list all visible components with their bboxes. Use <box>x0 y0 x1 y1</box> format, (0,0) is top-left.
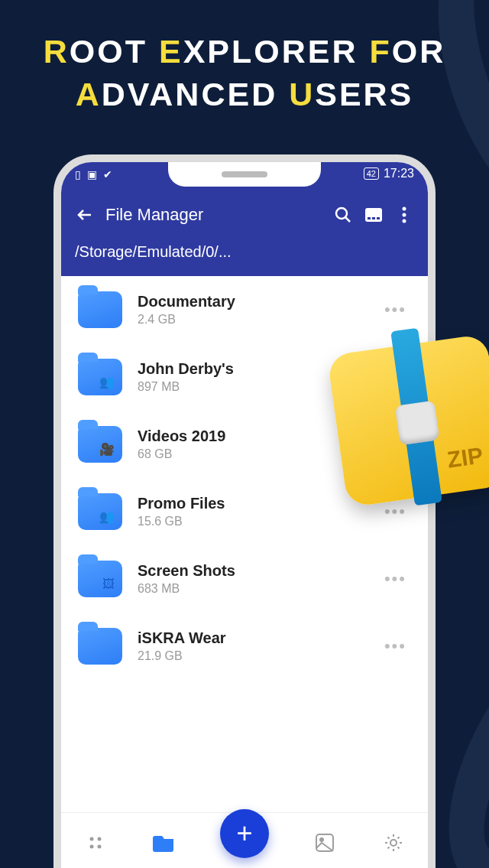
svg-point-10 <box>90 845 94 849</box>
battery-icon: 42 <box>364 167 379 180</box>
clock: 17:23 <box>384 167 414 180</box>
svg-rect-1 <box>365 208 382 222</box>
svg-rect-2 <box>368 217 371 219</box>
folder-size: 21.9 GB <box>138 649 369 663</box>
status-right: 42 17:23 <box>364 167 414 180</box>
folder-icon <box>78 291 122 328</box>
svg-point-11 <box>98 845 102 849</box>
folder-size: 2.4 GB <box>138 313 369 327</box>
nav-settings-button[interactable] <box>381 830 406 856</box>
breadcrumb-path[interactable]: /Storage/Emulated/0/... <box>75 243 414 261</box>
svg-point-5 <box>403 206 406 210</box>
sim-icon: ▯ <box>75 168 81 180</box>
folder-images-icon: 🖼 <box>78 561 122 597</box>
folder-row[interactable]: Documentary 2.4 GB ••• <box>61 276 428 343</box>
folder-size: 15.6 GB <box>138 515 369 528</box>
folder-size: 683 MB <box>138 582 369 596</box>
promo-headline: ROOT EXPLORER FOR ADVANCED USERS <box>0 0 489 139</box>
overflow-menu-button[interactable] <box>394 205 414 225</box>
folder-name: Screen Shots <box>138 562 369 580</box>
view-toggle-button[interactable] <box>364 205 384 225</box>
check-icon: ✔ <box>103 168 112 180</box>
svg-rect-3 <box>372 217 375 219</box>
svg-point-0 <box>336 208 347 219</box>
svg-rect-4 <box>377 217 380 219</box>
app-header: File Manager /Storage/Emulated/0/... <box>61 193 428 276</box>
folder-shared-icon: 👥 <box>78 359 122 395</box>
svg-point-9 <box>98 837 102 841</box>
folder-icon <box>78 628 122 665</box>
folder-name: iSKRA Wear <box>138 629 369 647</box>
svg-point-14 <box>390 840 397 846</box>
search-button[interactable] <box>333 205 353 225</box>
svg-point-13 <box>320 838 323 841</box>
svg-point-6 <box>403 213 406 216</box>
folder-row[interactable]: 🖼 Screen Shots 683 MB ••• <box>61 545 428 613</box>
nav-apps-button[interactable] <box>83 830 108 856</box>
svg-point-8 <box>90 837 94 841</box>
bottom-nav: + <box>61 812 428 868</box>
nav-files-button[interactable] <box>151 830 177 856</box>
nav-gallery-button[interactable] <box>312 830 338 856</box>
status-bar: ▯ ▣ ✔ 42 17:23 <box>61 162 428 193</box>
back-button[interactable] <box>75 205 95 225</box>
app-title: File Manager <box>105 205 322 225</box>
svg-point-7 <box>403 219 406 223</box>
phone-frame: ▯ ▣ ✔ 42 17:23 File Manager /Storage/ <box>53 154 436 868</box>
phone-notch <box>168 162 321 187</box>
row-more-button[interactable]: ••• <box>384 300 406 320</box>
status-left-icons: ▯ ▣ ✔ <box>75 168 112 180</box>
image-icon: ▣ <box>87 168 97 180</box>
zip-archive-graphic: ZIP <box>317 317 489 516</box>
folder-name: Documentary <box>138 293 369 310</box>
folder-row[interactable]: iSKRA Wear 21.9 GB ••• <box>61 613 428 680</box>
row-more-button[interactable]: ••• <box>384 569 406 589</box>
folder-name: Promo Files <box>138 495 369 512</box>
row-more-button[interactable]: ••• <box>384 636 406 656</box>
fab-add-button[interactable]: + <box>220 809 269 858</box>
folder-shared-icon: 👥 <box>78 493 122 530</box>
speaker <box>222 171 267 177</box>
folder-video-icon: 🎥 <box>78 426 122 463</box>
